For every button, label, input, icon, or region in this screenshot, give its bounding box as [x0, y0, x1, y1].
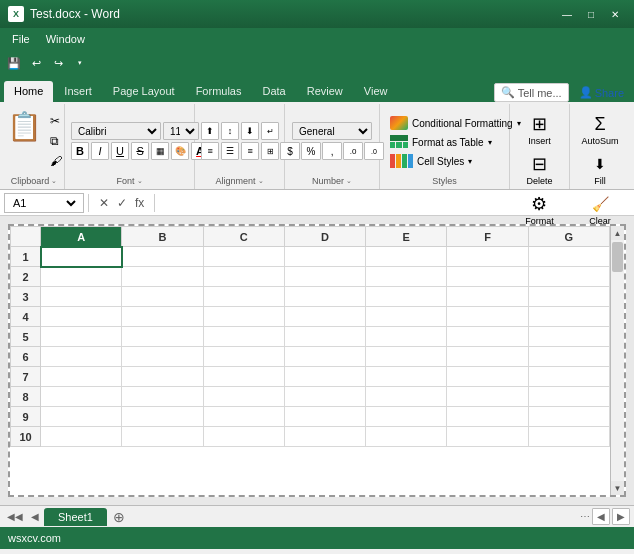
cell-F3[interactable] [447, 287, 528, 307]
col-header-e[interactable]: E [366, 227, 447, 247]
cell-B4[interactable] [122, 307, 203, 327]
align-top-button[interactable]: ⬆ [201, 122, 219, 140]
cell-A6[interactable] [41, 347, 122, 367]
cell-C3[interactable] [203, 287, 284, 307]
menu-file[interactable]: File [4, 31, 38, 47]
number-format-select[interactable]: General [292, 122, 372, 140]
scroll-down-button[interactable]: ▼ [611, 481, 625, 495]
text-wrap-button[interactable]: ↵ [261, 122, 279, 140]
save-button[interactable]: 💾 [4, 53, 24, 73]
cell-G7[interactable] [528, 367, 609, 387]
number-expand-icon[interactable]: ⌄ [346, 177, 352, 185]
clear-button[interactable]: 🧹 Clear [584, 190, 616, 228]
cell-A8[interactable] [41, 387, 122, 407]
cell-E4[interactable] [366, 307, 447, 327]
cell-D5[interactable] [284, 327, 365, 347]
cell-G2[interactable] [528, 267, 609, 287]
cell-E7[interactable] [366, 367, 447, 387]
increase-decimal-button[interactable]: .0 [343, 142, 363, 160]
cell-E8[interactable] [366, 387, 447, 407]
alignment-expand-icon[interactable]: ⌄ [258, 177, 264, 185]
tab-data[interactable]: Data [252, 81, 295, 102]
cell-C10[interactable] [203, 427, 284, 447]
cell-C9[interactable] [203, 407, 284, 427]
col-header-b[interactable]: B [122, 227, 203, 247]
insert-cells-button[interactable]: ⊞ Insert [524, 110, 556, 148]
cell-styles-button[interactable]: Cell Styles ▾ [386, 152, 476, 170]
cell-F4[interactable] [447, 307, 528, 327]
col-header-g[interactable]: G [528, 227, 609, 247]
format-painter-button[interactable]: 🖌 [47, 152, 65, 170]
maximize-button[interactable]: □ [580, 5, 602, 23]
cell-G10[interactable] [528, 427, 609, 447]
cancel-formula-button[interactable]: ✕ [97, 196, 111, 210]
cell-A1[interactable] [41, 247, 122, 267]
sheet-nav-first[interactable]: ◀◀ [4, 509, 26, 524]
confirm-formula-button[interactable]: ✓ [115, 196, 129, 210]
cell-B7[interactable] [122, 367, 203, 387]
tab-insert[interactable]: Insert [54, 81, 102, 102]
quick-access-dropdown[interactable]: ▾ [70, 53, 90, 73]
cell-C7[interactable] [203, 367, 284, 387]
tab-home[interactable]: Home [4, 81, 53, 102]
cell-A9[interactable] [41, 407, 122, 427]
sheet-tab-1[interactable]: Sheet1 [44, 508, 107, 526]
copy-button[interactable]: ⧉ [47, 132, 65, 150]
cell-G3[interactable] [528, 287, 609, 307]
cell-C2[interactable] [203, 267, 284, 287]
delete-cells-button[interactable]: ⊟ Delete [522, 150, 556, 188]
cell-D8[interactable] [284, 387, 365, 407]
align-right-button[interactable]: ≡ [241, 142, 259, 160]
scroll-thumb[interactable] [612, 242, 623, 272]
font-expand-icon[interactable]: ⌄ [137, 177, 143, 185]
cell-E6[interactable] [366, 347, 447, 367]
cell-G4[interactable] [528, 307, 609, 327]
cell-D9[interactable] [284, 407, 365, 427]
format-cells-button[interactable]: ⚙ Format [521, 190, 558, 228]
cell-D4[interactable] [284, 307, 365, 327]
scroll-up-button[interactable]: ▲ [611, 226, 625, 240]
font-name-select[interactable]: Calibri [71, 122, 161, 140]
cell-D10[interactable] [284, 427, 365, 447]
align-middle-button[interactable]: ↕ [221, 122, 239, 140]
cell-D3[interactable] [284, 287, 365, 307]
tab-view[interactable]: View [354, 81, 398, 102]
cell-A3[interactable] [41, 287, 122, 307]
fill-button[interactable]: ⬇ Fill [584, 150, 616, 188]
tab-page-layout[interactable]: Page Layout [103, 81, 185, 102]
cell-F6[interactable] [447, 347, 528, 367]
italic-button[interactable]: I [91, 142, 109, 160]
autosum-button[interactable]: Σ AutoSum [577, 110, 622, 148]
cell-F7[interactable] [447, 367, 528, 387]
redo-button[interactable]: ↪ [48, 53, 68, 73]
col-header-c[interactable]: C [203, 227, 284, 247]
col-header-f[interactable]: F [447, 227, 528, 247]
h-scroll-right[interactable]: ▶ [612, 508, 630, 525]
align-center-button[interactable]: ☰ [221, 142, 239, 160]
strikethrough-button[interactable]: S [131, 142, 149, 160]
format-table-dropdown-icon[interactable]: ▾ [488, 138, 492, 147]
tell-me-box[interactable]: 🔍 Tell me... [494, 83, 569, 102]
cell-A4[interactable] [41, 307, 122, 327]
menu-window[interactable]: Window [38, 31, 93, 47]
cell-G6[interactable] [528, 347, 609, 367]
sheet-nav-prev[interactable]: ◀ [28, 509, 42, 524]
cell-D6[interactable] [284, 347, 365, 367]
cell-E2[interactable] [366, 267, 447, 287]
cell-E9[interactable] [366, 407, 447, 427]
cell-B10[interactable] [122, 427, 203, 447]
cell-B5[interactable] [122, 327, 203, 347]
cell-B6[interactable] [122, 347, 203, 367]
cell-D7[interactable] [284, 367, 365, 387]
cell-styles-dropdown-icon[interactable]: ▾ [468, 157, 472, 166]
cell-E5[interactable] [366, 327, 447, 347]
cell-G5[interactable] [528, 327, 609, 347]
col-header-d[interactable]: D [284, 227, 365, 247]
cut-button[interactable]: ✂ [47, 112, 65, 130]
cell-A7[interactable] [41, 367, 122, 387]
percent-button[interactable]: % [301, 142, 321, 160]
underline-button[interactable]: U [111, 142, 129, 160]
comma-button[interactable]: , [322, 142, 342, 160]
share-button[interactable]: 👤 Share [573, 84, 630, 101]
cell-F9[interactable] [447, 407, 528, 427]
